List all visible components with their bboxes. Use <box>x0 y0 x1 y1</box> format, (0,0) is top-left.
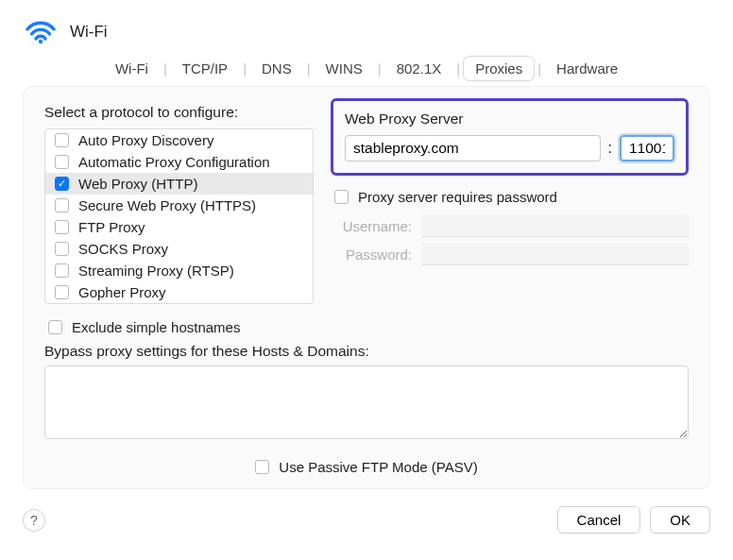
protocol-label: Automatic Proxy Configuration <box>78 154 270 170</box>
checkbox[interactable] <box>55 177 69 191</box>
username-input[interactable] <box>421 214 689 237</box>
proxy-host-input[interactable] <box>345 135 601 161</box>
protocol-section-label: Select a protocol to configure: <box>44 104 314 121</box>
checkbox[interactable] <box>55 220 69 234</box>
protocol-row[interactable]: Streaming Proxy (RTSP) <box>45 260 313 281</box>
help-button[interactable]: ? <box>23 509 45 532</box>
requires-password-row[interactable]: Proxy server requires password <box>334 189 689 205</box>
protocol-row[interactable]: Secure Web Proxy (HTTPS) <box>45 195 313 216</box>
passive-ftp-label: Use Passive FTP Mode (PASV) <box>279 459 477 475</box>
bypass-label: Bypass proxy settings for these Hosts & … <box>44 343 689 360</box>
checkbox[interactable] <box>55 242 69 256</box>
protocol-row[interactable]: FTP Proxy <box>45 216 313 238</box>
checkbox[interactable] <box>55 285 69 299</box>
checkbox[interactable] <box>55 133 69 147</box>
checkbox[interactable] <box>334 190 349 204</box>
page-title: Wi-Fi <box>70 23 108 42</box>
tab-8021x[interactable]: 802.1X <box>385 57 453 80</box>
tab-bar: Wi-Fi| TCP/IP| DNS| WINS| 802.1X| Proxie… <box>23 57 710 80</box>
protocol-row[interactable]: Web Proxy (HTTP) <box>45 173 313 195</box>
exclude-hostnames-row[interactable]: Exclude simple hostnames <box>48 319 689 335</box>
tab-wins[interactable]: WINS <box>315 57 374 80</box>
host-port-separator: : <box>608 140 612 157</box>
protocol-row[interactable]: SOCKS Proxy <box>45 238 313 260</box>
network-proxies-pane: Wi-Fi Wi-Fi| TCP/IP| DNS| WINS| 802.1X| … <box>0 0 733 552</box>
protocol-label: Gopher Proxy <box>78 284 166 300</box>
passive-ftp-row[interactable]: Use Passive FTP Mode (PASV) <box>44 459 689 475</box>
protocol-row[interactable]: Auto Proxy Discovery <box>45 129 313 151</box>
protocol-label: FTP Proxy <box>78 219 145 235</box>
svg-point-0 <box>39 40 43 43</box>
tab-tcpip[interactable]: TCP/IP <box>171 57 239 80</box>
username-label: Username: <box>331 218 412 234</box>
checkbox[interactable] <box>55 198 69 212</box>
cancel-button[interactable]: Cancel <box>557 506 641 534</box>
protocol-label: Streaming Proxy (RTSP) <box>78 263 234 279</box>
ok-button[interactable]: OK <box>650 506 710 534</box>
checkbox[interactable] <box>55 155 69 169</box>
header: Wi-Fi <box>23 17 710 47</box>
protocol-row[interactable]: Automatic Proxy Configuration <box>45 151 313 173</box>
bypass-textarea[interactable] <box>44 365 689 439</box>
proxy-detail-column: Web Proxy Server : Proxy server requires… <box>331 104 689 271</box>
proxy-server-highlight: Web Proxy Server : <box>331 98 689 176</box>
protocol-label: Web Proxy (HTTP) <box>78 176 197 192</box>
protocol-row[interactable]: Gopher Proxy <box>45 281 313 303</box>
checkbox[interactable] <box>255 460 269 474</box>
exclude-hostnames-label: Exclude simple hostnames <box>72 319 240 335</box>
tab-hardware[interactable]: Hardware <box>545 57 629 80</box>
password-row: Password: <box>331 243 689 265</box>
protocol-label: SOCKS Proxy <box>78 241 168 257</box>
wifi-icon <box>23 17 59 47</box>
proxy-port-input[interactable] <box>620 135 674 161</box>
tab-dns[interactable]: DNS <box>250 57 303 80</box>
requires-password-label: Proxy server requires password <box>358 189 557 205</box>
protocol-list: Auto Proxy Discovery Automatic Proxy Con… <box>44 128 314 304</box>
checkbox[interactable] <box>48 320 62 334</box>
password-label: Password: <box>331 246 412 263</box>
protocol-label: Secure Web Proxy (HTTPS) <box>78 197 256 213</box>
footer: ? Cancel OK <box>23 506 710 534</box>
tab-wifi[interactable]: Wi-Fi <box>104 57 160 80</box>
tab-proxies[interactable]: Proxies <box>464 57 534 80</box>
password-input[interactable] <box>421 243 689 265</box>
content-panel: Select a protocol to configure: Auto Pro… <box>23 86 710 489</box>
username-row: Username: <box>331 214 689 237</box>
proxy-server-label: Web Proxy Server <box>345 110 674 127</box>
protocol-label: Auto Proxy Discovery <box>78 132 213 148</box>
checkbox[interactable] <box>55 263 69 278</box>
protocol-column: Select a protocol to configure: Auto Pro… <box>44 104 314 304</box>
